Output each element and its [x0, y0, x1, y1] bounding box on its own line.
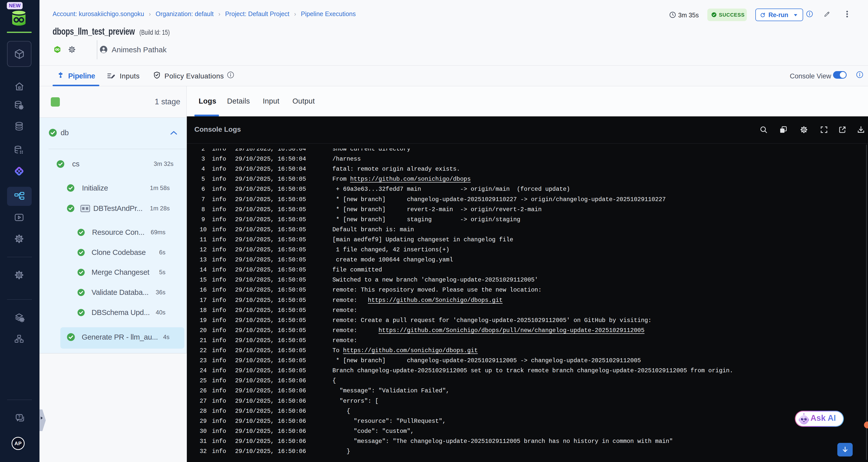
svg-text:?: ? — [18, 415, 20, 419]
